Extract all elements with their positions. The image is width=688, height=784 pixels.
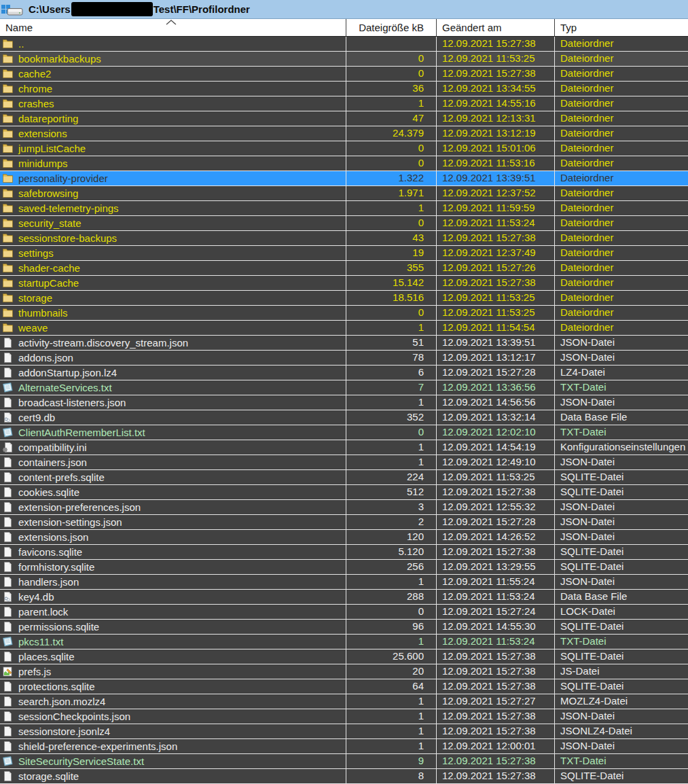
file-row[interactable]: jumpListCache 0 12.09.2021 15:01:06 Date… [0,141,688,156]
folder-icon [2,128,14,139]
file-name: sessionstore.jsonlz4 [18,726,110,737]
file-type: SQLITE-Datei [555,470,688,484]
file-row[interactable]: extensions.json 120 12.09.2021 14:26:52 … [0,530,688,545]
file-type: JS-Datei [555,664,688,679]
column-header-type[interactable]: Typ [555,19,688,36]
file-modified: 12.09.2021 15:27:38 [437,231,555,245]
file-modified: 12.09.2021 15:27:38 [437,67,555,81]
file-row[interactable]: personality-provider 1.322 12.09.2021 13… [0,171,688,186]
file-row[interactable]: storage 18.516 12.09.2021 11:53:25 Datei… [0,291,688,306]
file-size: 120 [346,530,437,544]
file-row[interactable]: places.sqlite 25.600 12.09.2021 15:27:38… [0,649,688,664]
file-row[interactable]: startupCache 15.142 12.09.2021 15:27:38 … [0,276,688,291]
folder-icon [2,38,14,50]
file-row[interactable]: sessionstore.jsonlz4 1 12.09.2021 15:27:… [0,724,688,739]
file-row[interactable]: safebrowsing 1.971 12.09.2021 12:37:52 D… [0,186,688,201]
file-row[interactable]: chrome 36 12.09.2021 13:34:55 Dateiordne… [0,82,688,96]
column-header-modified[interactable]: Geändert am [437,19,555,36]
file-row[interactable]: ClientAuthRememberList.txt 0 12.09.2021 … [0,425,688,440]
file-row[interactable]: sessionCheckpoints.json 1 12.09.2021 15:… [0,709,688,724]
file-row[interactable]: extensions 24.379 12.09.2021 13:12:19 Da… [0,126,688,141]
file-row[interactable]: datareporting 47 12.09.2021 12:13:31 Dat… [0,111,688,126]
file-row[interactable]: favicons.sqlite 5.120 12.09.2021 15:27:3… [0,545,688,560]
file-type: Dateiordner [555,246,688,260]
file-row[interactable]: search.json.mozlz4 1 12.09.2021 15:27:27… [0,694,688,709]
file-row[interactable]: compatibility.ini 1 12.09.2021 14:54:19 … [0,440,688,455]
column-header-size[interactable]: Dateigröße kB [346,19,437,36]
file-row[interactable]: permissions.sqlite 96 12.09.2021 14:55:3… [0,620,688,635]
document-icon [2,651,14,662]
file-row[interactable]: addonStartup.json.lz4 6 12.09.2021 15:27… [0,366,688,380]
file-row[interactable]: storage.sqlite 8 12.09.2021 15:27:38 SQL… [0,769,688,784]
file-row[interactable]: parent.lock 0 12.09.2021 15:27:24 LOCK-D… [0,605,688,620]
file-type: JSON-Datei [555,739,688,753]
file-row[interactable]: pkcs11.txt 1 12.09.2021 11:53:24 TXT-Dat… [0,635,688,649]
file-name: datareporting [18,113,78,124]
file-modified: 12.09.2021 11:53:25 [437,306,555,320]
file-row[interactable]: .. 12.09.2021 15:27:38 Dateiordner [0,37,688,52]
file-name: extension-preferences.json [18,501,141,513]
file-row[interactable]: sessionstore-backups 43 12.09.2021 15:27… [0,231,688,246]
file-row[interactable]: protections.sqlite 64 12.09.2021 15:27:3… [0,679,688,694]
file-size: 1 [346,96,437,111]
database-icon [2,591,14,603]
file-name: prefs.js [18,666,51,677]
file-row[interactable]: key4.db 288 12.09.2021 11:53:24 Data Bas… [0,590,688,605]
file-name: containers.json [18,457,87,468]
file-row[interactable]: security_state 0 12.09.2021 11:53:24 Dat… [0,216,688,231]
file-row[interactable]: shield-preference-experiments.json 1 12.… [0,739,688,754]
file-name: places.sqlite [18,651,75,662]
file-name: weave [18,322,48,334]
file-modified: 12.09.2021 15:27:38 [437,754,555,768]
file-row[interactable]: cert9.db 352 12.09.2021 13:32:14 Data Ba… [0,410,688,425]
document-icon [2,696,14,707]
file-row[interactable]: SiteSecurityServiceState.txt 9 12.09.202… [0,754,688,769]
file-name: search.json.mozlz4 [18,696,105,707]
file-row[interactable]: bookmarkbackups 0 12.09.2021 11:53:25 Da… [0,52,688,67]
file-modified: 12.09.2021 11:53:24 [437,635,555,649]
file-row[interactable]: formhistory.sqlite 256 12.09.2021 13:29:… [0,560,688,575]
file-row[interactable]: AlternateServices.txt 7 12.09.2021 13:36… [0,380,688,395]
file-name: shield-preference-experiments.json [18,741,177,752]
document-icon [2,741,14,752]
file-size: 19 [346,246,437,260]
file-name: jumpListCache [18,143,86,154]
file-row[interactable]: crashes 1 12.09.2021 14:55:16 Dateiordne… [0,96,688,111]
file-row[interactable]: content-prefs.sqlite 224 12.09.2021 11:5… [0,470,688,485]
file-modified: 12.09.2021 15:27:38 [437,485,555,499]
file-type: TXT-Datei [555,380,688,395]
file-row[interactable]: activity-stream.discovery_stream.json 51… [0,336,688,351]
file-row[interactable]: cache2 0 12.09.2021 15:27:38 Dateiordner [0,67,688,82]
file-type: LZ4-Datei [555,366,688,380]
file-type: Dateiordner [555,186,688,200]
file-row[interactable]: containers.json 1 12.09.2021 12:49:10 JS… [0,455,688,470]
file-row[interactable]: saved-telemetry-pings 1 12.09.2021 11:59… [0,201,688,216]
file-size: 2 [346,515,437,529]
file-row[interactable]: minidumps 0 12.09.2021 11:53:16 Dateiord… [0,156,688,171]
redacted-username-box [71,2,153,16]
file-row[interactable]: extension-preferences.json 3 12.09.2021 … [0,500,688,515]
window-titlebar: C:\UsersTest\FF\Profilordner [0,0,688,19]
file-row[interactable]: prefs.js 20 12.09.2021 15:27:38 JS-Datei [0,664,688,679]
file-size: 7 [346,380,437,395]
file-row[interactable]: thumbnails 0 12.09.2021 11:53:25 Dateior… [0,306,688,321]
file-size: 256 [346,560,437,574]
folder-icon [2,232,14,244]
folder-icon [2,173,14,184]
file-type: Dateiordner [555,52,688,66]
file-row[interactable]: cookies.sqlite 512 12.09.2021 15:27:38 S… [0,485,688,500]
document-icon [2,367,14,378]
file-type: TXT-Datei [555,754,688,768]
file-modified: 12.09.2021 11:59:59 [437,201,555,215]
file-modified: 12.09.2021 12:49:10 [437,455,555,469]
document-icon [2,681,14,692]
file-row[interactable]: shader-cache 355 12.09.2021 15:27:26 Dat… [0,261,688,276]
file-row[interactable]: weave 1 12.09.2021 11:54:54 Dateiordner [0,321,688,336]
file-row[interactable]: extension-settings.json 2 12.09.2021 15:… [0,515,688,530]
file-name: addons.json [18,352,73,363]
file-row[interactable]: broadcast-listeners.json 1 12.09.2021 14… [0,395,688,410]
file-row[interactable]: handlers.json 1 12.09.2021 11:55:24 JSON… [0,575,688,590]
file-name: parent.lock [18,606,68,618]
file-row[interactable]: settings 19 12.09.2021 12:37:49 Dateiord… [0,246,688,261]
file-row[interactable]: addons.json 78 12.09.2021 13:12:17 JSON-… [0,351,688,366]
